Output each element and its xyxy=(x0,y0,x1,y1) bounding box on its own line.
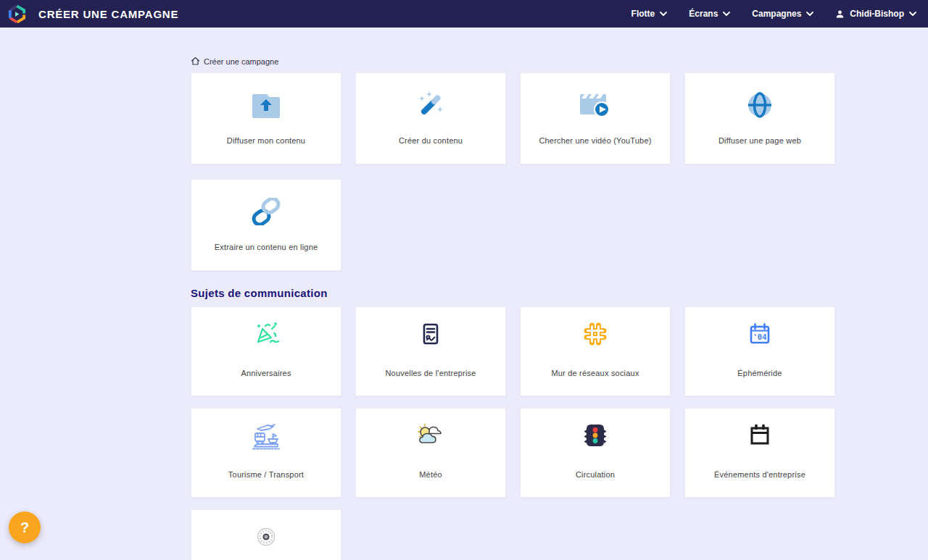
calendar-icon xyxy=(745,409,774,462)
action-card-diffuser-mon-contenu[interactable]: Diffuser mon contenu xyxy=(191,72,341,164)
username-label: Chidi-Bishop xyxy=(850,9,904,19)
globe-icon xyxy=(744,73,776,136)
card-label: Mur de réseaux sociaux xyxy=(545,369,645,377)
topic-card-tourisme-transport[interactable]: Tourisme / Transport xyxy=(191,408,341,498)
card-label: Éphéméride xyxy=(732,369,787,377)
brand: CRÉER UNE CAMPAGNE xyxy=(7,4,178,24)
hashtag-icon xyxy=(581,307,610,361)
card-label: Diffuser une page web xyxy=(713,136,807,145)
breadcrumb-current: Créer une campagne xyxy=(204,57,278,66)
nav-item-campagnes[interactable]: Campagnes xyxy=(752,9,813,19)
upload-folder-icon xyxy=(249,73,283,136)
action-card-extraire-contenu-en-ligne[interactable]: Extraire un contenu en ligne xyxy=(191,179,341,271)
page-title: CRÉER UNE CAMPAGNE xyxy=(38,8,178,20)
card-label: Anniversaires xyxy=(235,369,297,377)
card-label: Nouvelles de l'entreprise xyxy=(379,369,481,377)
topic-card-nouvelles-entreprise[interactable]: Nouvelles de l'entreprise xyxy=(355,306,506,396)
topic-card-ephemeride[interactable]: '04 Éphéméride xyxy=(684,306,835,396)
action-card-chercher-video-youtube[interactable]: Chercher une vidéo (YouTube) xyxy=(520,72,671,164)
action-card-diffuser-page-web[interactable]: Diffuser une page web xyxy=(684,72,835,164)
card-label: Diffuser mon contenu xyxy=(221,136,311,145)
topics-grid: Anniversaires Nouvelles de l'entreprise xyxy=(191,306,836,560)
main-content: Créer une campagne Diffuser mon contenu xyxy=(191,57,836,560)
chevron-down-icon xyxy=(723,12,730,16)
chevron-down-icon xyxy=(660,12,667,16)
card-label: Créer du contenu xyxy=(393,136,468,145)
topic-card-partial[interactable] xyxy=(191,509,341,560)
topic-card-circulation[interactable]: Circulation xyxy=(520,408,671,498)
main-nav: Flotte Écrans Campagnes Chidi xyxy=(631,9,916,19)
traffic-light-icon xyxy=(581,409,610,462)
newspaper-icon xyxy=(416,307,445,361)
card-label: Tourisme / Transport xyxy=(223,470,310,479)
nav-item-label: Flotte xyxy=(631,9,655,19)
breadcrumb: Créer une campagne xyxy=(191,57,836,66)
nav-item-user-menu[interactable]: Chidi-Bishop xyxy=(835,9,916,19)
card-label: Événements d'entreprise xyxy=(708,470,811,479)
weather-icon xyxy=(415,409,447,462)
svg-text:'04: '04 xyxy=(753,333,767,341)
party-popper-icon xyxy=(252,307,281,361)
chevron-down-icon xyxy=(806,12,813,16)
nav-item-label: Campagnes xyxy=(752,9,801,19)
nav-item-flotte[interactable]: Flotte xyxy=(631,9,668,19)
help-button[interactable]: ? xyxy=(9,511,41,543)
nav-item-ecrans[interactable]: Écrans xyxy=(689,9,730,19)
magic-wand-icon xyxy=(415,73,447,136)
video-play-icon xyxy=(579,73,612,136)
topic-card-mur-reseaux-sociaux[interactable]: Mur de réseaux sociaux xyxy=(520,306,671,396)
topic-card-evenements-entreprise[interactable]: Événements d'entreprise xyxy=(684,408,835,498)
topic-card-anniversaires[interactable]: Anniversaires xyxy=(191,306,341,396)
topic-card-meteo[interactable]: Météo xyxy=(355,408,506,498)
card-label: Météo xyxy=(413,470,448,479)
app-logo-icon[interactable] xyxy=(7,4,27,24)
section-title-sujets: Sujets de communication xyxy=(191,287,836,299)
card-label: Chercher une vidéo (YouTube) xyxy=(533,136,657,145)
ephemeris-calendar-icon: '04 xyxy=(745,307,774,361)
chevron-down-icon xyxy=(909,12,916,16)
transport-icon xyxy=(250,409,282,462)
nav-item-label: Écrans xyxy=(689,9,718,19)
create-actions-grid: Diffuser mon contenu Créer du contenu xyxy=(191,72,836,271)
home-icon[interactable] xyxy=(191,57,200,66)
action-card-creer-du-contenu[interactable]: Créer du contenu xyxy=(355,72,506,164)
card-label: Extraire un contenu en ligne xyxy=(209,243,324,251)
link-icon xyxy=(249,180,283,243)
user-icon xyxy=(835,9,845,19)
top-navbar: CRÉER UNE CAMPAGNE Flotte Écrans Campagn… xyxy=(0,0,928,28)
dial-icon xyxy=(252,510,281,560)
card-label: Circulation xyxy=(570,470,621,479)
